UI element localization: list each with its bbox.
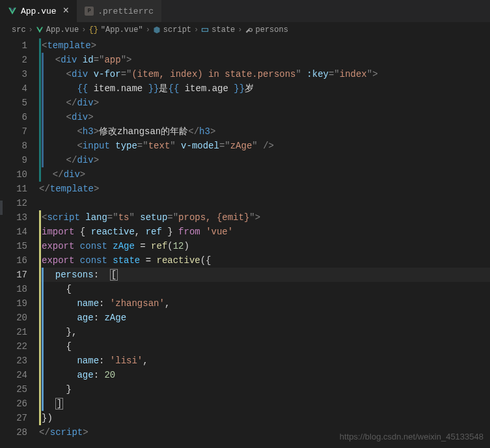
tab-label: App.vue	[21, 7, 57, 16]
code-line: <h3>修改zhangsan的年龄</h3>	[39, 124, 490, 139]
code-line: <template>	[39, 38, 490, 53]
code-line: name: 'lisi',	[39, 354, 490, 368]
code-line: export const state = reactive({	[39, 253, 490, 268]
code-line: </template>	[39, 182, 490, 196]
breadcrumb-item[interactable]: App.vue	[46, 25, 79, 35]
code-editor[interactable]: 1 2 3 4 5 6 7 8 9 10 11 12 13 14 15 16 1…	[0, 37, 490, 448]
module-icon	[153, 26, 161, 34]
code-line: persons: [	[39, 268, 490, 282]
property-icon	[245, 26, 253, 34]
code-line: {	[39, 282, 490, 296]
chevron-right-icon: ›	[81, 25, 86, 35]
breadcrumb-item[interactable]: "App.vue"	[101, 25, 143, 35]
line-number-gutter: 1 2 3 4 5 6 7 8 9 10 11 12 13 14 15 16 1…	[0, 37, 39, 448]
tab-app-vue[interactable]: App.vue ×	[0, 0, 77, 22]
chevron-right-icon: ›	[238, 25, 242, 35]
code-line: <div v-for="(item, index) in state.perso…	[39, 67, 490, 81]
vue-icon	[8, 7, 17, 16]
code-line: }	[39, 382, 490, 397]
svg-rect-0	[202, 29, 208, 32]
code-line: </div>	[39, 167, 490, 182]
code-line: name: 'zhangsan',	[39, 296, 490, 311]
breadcrumb-item[interactable]: state	[211, 25, 235, 35]
tab-label: .prettierrc	[98, 7, 154, 16]
vue-icon	[36, 26, 44, 34]
close-icon[interactable]: ×	[63, 6, 70, 16]
prettier-icon: P	[85, 7, 94, 16]
variable-icon	[201, 26, 209, 34]
chevron-right-icon: ›	[29, 25, 33, 35]
chevron-right-icon: ›	[146, 25, 150, 35]
breadcrumb-item[interactable]: script	[163, 25, 191, 35]
code-line: </div>	[39, 153, 490, 167]
code-line: })	[39, 411, 490, 425]
code-line: </div>	[39, 96, 490, 110]
code-line: <div id="app">	[39, 53, 490, 67]
breadcrumb-item[interactable]: src	[12, 25, 26, 35]
code-line: age: zAge	[39, 311, 490, 325]
tab-prettierrc[interactable]: P .prettierrc	[77, 0, 161, 22]
code-line	[39, 196, 490, 210]
code-line: {{ item.name }}是{{ item.age }}岁	[39, 81, 490, 96]
braces-icon: {}	[88, 25, 98, 35]
code-line: age: 20	[39, 368, 490, 382]
code-line: <script lang="ts" setup="props, {emit}">	[39, 210, 490, 225]
code-line: },	[39, 325, 490, 339]
code-area[interactable]: <template> <div id="app"> <div v-for="(i…	[39, 37, 490, 448]
code-line: ]	[39, 397, 490, 411]
code-line: import { reactive, ref } from 'vue'	[39, 225, 490, 239]
breadcrumb-item[interactable]: persons	[256, 25, 288, 35]
breadcrumb[interactable]: src › App.vue › {} "App.vue" › script › …	[0, 23, 490, 37]
code-line: <div>	[39, 110, 490, 124]
watermark-text: https://blog.csdn.net/weixin_45133548	[340, 430, 483, 444]
chevron-right-icon: ›	[194, 25, 198, 35]
code-line: <input type="text" v-model="zAge" />	[39, 139, 490, 153]
code-line: {	[39, 339, 490, 354]
code-line: export const zAge = ref(12)	[39, 239, 490, 253]
editor-tabs: App.vue × P .prettierrc	[0, 0, 490, 23]
